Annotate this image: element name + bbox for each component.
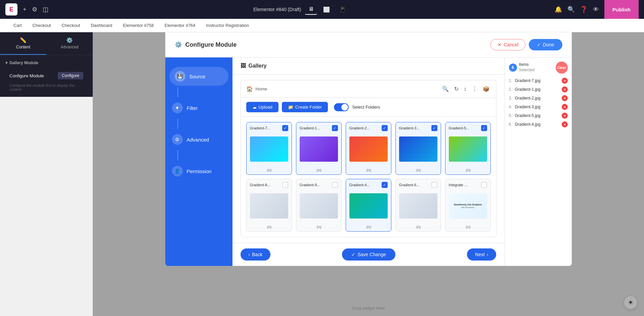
cancel-button[interactable]: ✕ Cancel (490, 39, 525, 50)
items-label: Items (519, 62, 535, 68)
gallery-header: 🖼 Gallery (232, 57, 505, 75)
step-filter[interactable]: ▼ Filter (165, 97, 232, 119)
configure-button[interactable]: Configure (58, 72, 83, 79)
clear-button[interactable]: Clear (556, 62, 568, 74)
settings-icon[interactable]: ⚙ (32, 6, 37, 13)
preview-btn[interactable]: 👁 (593, 6, 599, 13)
subnav-instructor-registration[interactable]: Instructor Registration (206, 23, 249, 28)
selected-item-num-1: 2. (509, 87, 512, 92)
add-button[interactable]: + (23, 6, 27, 13)
remove-selected-item-0[interactable]: ✕ (562, 78, 568, 84)
mobile-view-btn[interactable]: 📱 (336, 4, 349, 15)
advanced-tab-icon: ⚙️ (66, 37, 73, 43)
upload-button[interactable]: ☁ Upload (246, 102, 278, 112)
media-item-9[interactable]: Integrate ...Seamlessly Use Dropboxwith … (445, 179, 491, 232)
remove-selected-item-1[interactable]: ✕ (562, 86, 568, 92)
media-item-checkbox-2[interactable]: ✓ (382, 125, 388, 131)
tab-content-label: Content (16, 45, 30, 49)
media-item-1[interactable]: Gradient-1...✓.jpg (296, 122, 342, 175)
media-item-checkbox-1[interactable]: ✓ (332, 125, 338, 131)
media-item-7[interactable]: Gradient-4...✓.jpg (346, 179, 391, 232)
source-step-icon: 💾 (175, 71, 185, 82)
tab-advanced-label: Advanced (60, 45, 78, 49)
step-source[interactable]: 💾 Source (169, 67, 228, 86)
search-media-btn[interactable]: 🔍 (441, 84, 450, 93)
elementor-logo[interactable]: E (5, 3, 17, 15)
media-item-checkbox-5[interactable] (282, 182, 288, 188)
media-item-6[interactable]: Gradient-9....jpg (296, 179, 342, 232)
sidebar: ✏️ Content ⚙️ Advanced ▾ Gallery Module … (0, 32, 93, 97)
remove-selected-item-2[interactable]: ✕ (562, 95, 568, 101)
topbar: E + ⚙ ◫ Elementor #840 (Draft) 🖥 ⬜ 📱 🔔 🔍… (0, 0, 644, 19)
permission-step-icon: 👤 (172, 166, 183, 176)
toggle-knob (341, 104, 348, 111)
media-item-8[interactable]: Gradient-6....jpg (395, 179, 441, 232)
subnav-elementor764[interactable]: Elementor #764 (165, 23, 196, 28)
save-change-button[interactable]: ✓ Save Change (342, 248, 395, 261)
sidebar-configure-module[interactable]: Configure Module Configure (5, 69, 87, 82)
sort-btn[interactable]: ↕ (463, 85, 468, 93)
media-item-4[interactable]: Gradient-5...✓.jpg (445, 122, 491, 175)
media-item-checkbox-9[interactable] (481, 182, 487, 188)
steps-sidebar: 💾 Source ▼ Filter ⚙ Advanced (165, 57, 232, 266)
media-item-3[interactable]: Gradient-3...✓.jpg (395, 122, 441, 175)
subnav-elementor758[interactable]: Elementor #758 (123, 23, 154, 28)
more-options-btn[interactable]: ⋮ (471, 84, 479, 93)
upload-icon: ☁ (252, 105, 257, 110)
sidebar-section-title: ▾ Gallery Module (5, 61, 87, 65)
media-item-checkbox-0[interactable]: ✓ (282, 125, 288, 131)
modal-header: ⚙️ Configure Module ✕ Cancel ✓ Done (165, 32, 572, 57)
media-item-checkbox-4[interactable]: ✓ (481, 125, 487, 131)
remove-selected-item-5[interactable]: ✕ (562, 121, 568, 127)
remove-selected-item-3[interactable]: ✕ (562, 104, 568, 110)
help-btn[interactable]: ❓ (580, 6, 588, 13)
done-button[interactable]: ✓ Done (529, 39, 562, 50)
media-item-checkbox-8[interactable] (431, 182, 437, 188)
media-item-name-8: Gradient-6... (399, 183, 431, 187)
gradient-thumb-6 (300, 193, 338, 219)
step-advanced[interactable]: ⚙ Advanced (165, 129, 232, 150)
advanced-step-label: Advanced (187, 137, 209, 143)
media-grid: Gradient-7...✓.jpgGradient-1...✓.jpgGrad… (241, 117, 496, 237)
tab-content[interactable]: ✏️ Content (0, 32, 46, 55)
media-item-checkbox-3[interactable]: ✓ (431, 125, 437, 131)
media-toolbar-right: 🔍 ↻ ↕ ⋮ 📦 (441, 84, 491, 93)
media-item-checkbox-7[interactable]: ✓ (382, 182, 388, 188)
media-item-name-4: Gradient-5... (449, 126, 481, 130)
desktop-view-btn[interactable]: 🖥 (305, 4, 317, 15)
media-item-5[interactable]: Gradient-8....jpg (246, 179, 292, 232)
publish-button[interactable]: Publish (604, 0, 639, 19)
media-item-0[interactable]: Gradient-7...✓.jpg (246, 122, 292, 175)
notifications-btn[interactable]: 🔔 (555, 6, 562, 13)
subnav-dashboard[interactable]: Dashboard (91, 23, 112, 28)
refresh-btn[interactable]: ↻ (453, 84, 460, 93)
media-item-checkbox-6[interactable] (332, 182, 338, 188)
tablet-view-btn[interactable]: ⬜ (320, 4, 333, 15)
tab-advanced[interactable]: ⚙️ Advanced (46, 32, 93, 55)
save-icon: ✓ (351, 252, 355, 257)
layers-icon[interactable]: ◫ (43, 6, 48, 13)
back-button[interactable]: ‹ Back (241, 248, 271, 261)
selected-header: 6 Items Selected Clear (509, 62, 568, 74)
gradient-thumb-4 (449, 136, 487, 162)
subnav-cart[interactable]: Cart (13, 23, 22, 28)
toggle-switch[interactable] (334, 103, 349, 111)
search-btn[interactable]: 🔍 (567, 6, 575, 13)
media-item-name-1: Gradient-1... (300, 126, 332, 130)
subnav-checkout1[interactable]: Checkout (33, 23, 51, 28)
gradient-thumb-5 (250, 193, 288, 219)
create-folder-button[interactable]: 📁 Create Folder (282, 102, 328, 112)
media-item-name-0: Gradient-7... (250, 126, 282, 130)
selected-item-name-4: Gradient-5.jpg (515, 113, 541, 118)
select-folders-label: Select Folders (352, 105, 380, 110)
step-permission[interactable]: 👤 Permission (165, 160, 232, 182)
subnav-checkout2[interactable]: Checkout (61, 23, 80, 28)
media-item-name-5: Gradient-8... (250, 183, 282, 187)
selected-item-name-0: Gradient-7.jpg (515, 78, 541, 83)
next-icon: › (487, 252, 488, 257)
next-button[interactable]: Next › (467, 248, 496, 261)
remove-selected-item-4[interactable]: ✕ (562, 113, 568, 119)
dropbox-btn[interactable]: 📦 (481, 84, 491, 93)
selected-label: Selected (519, 68, 535, 73)
media-item-2[interactable]: Gradient-2...✓.jpg (346, 122, 391, 175)
